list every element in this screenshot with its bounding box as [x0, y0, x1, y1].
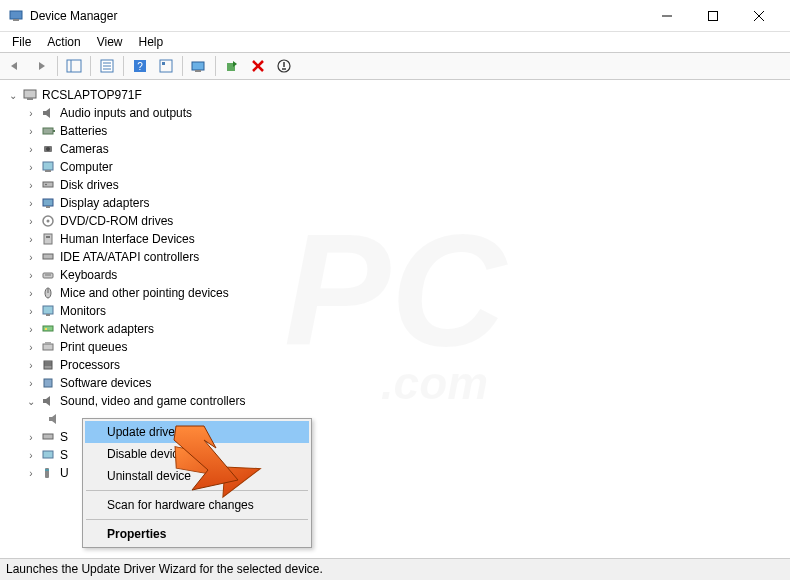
category-icon — [40, 357, 56, 373]
tree-item-label: Print queues — [60, 340, 127, 354]
svg-rect-29 — [45, 170, 51, 172]
expander-icon[interactable]: › — [24, 214, 38, 228]
title-bar: Device Manager — [0, 0, 790, 32]
expander-icon[interactable]: › — [24, 124, 38, 138]
tree-item[interactable]: ›IDE ATA/ATAPI controllers — [0, 248, 790, 266]
tree-root[interactable]: ⌄ RCSLAPTOP971F — [0, 86, 790, 104]
nav-forward-button[interactable] — [29, 54, 53, 78]
svg-point-27 — [46, 147, 50, 151]
disable-device-button[interactable] — [272, 54, 296, 78]
tree-item-label: Keyboards — [60, 268, 117, 282]
expander-icon[interactable]: ⌄ — [6, 88, 20, 102]
context-update-driver[interactable]: Update driver — [85, 421, 309, 443]
context-properties[interactable]: Properties — [85, 523, 309, 545]
category-icon — [40, 375, 56, 391]
menu-action[interactable]: Action — [39, 33, 88, 51]
expander-icon[interactable]: › — [24, 106, 38, 120]
category-icon — [40, 123, 56, 139]
tree-item[interactable]: ›DVD/CD-ROM drives — [0, 212, 790, 230]
tree-item[interactable]: ›Network adapters — [0, 320, 790, 338]
close-button[interactable] — [736, 1, 782, 31]
nav-back-button[interactable] — [3, 54, 27, 78]
update-driver-button[interactable] — [220, 54, 244, 78]
context-uninstall-device[interactable]: Uninstall device — [85, 465, 309, 487]
tree-item[interactable]: ›Mice and other pointing devices — [0, 284, 790, 302]
expander-icon[interactable]: › — [24, 142, 38, 156]
tree-root-label: RCSLAPTOP971F — [42, 88, 142, 102]
menu-view[interactable]: View — [89, 33, 131, 51]
svg-rect-43 — [43, 306, 53, 314]
action-button[interactable] — [154, 54, 178, 78]
window-controls — [644, 1, 782, 31]
minimize-button[interactable] — [644, 1, 690, 31]
tree-item[interactable]: ⌄Sound, video and game controllers — [0, 392, 790, 410]
expander-icon[interactable]: › — [24, 466, 38, 480]
expander-icon[interactable]: › — [24, 358, 38, 372]
tree-item[interactable]: ›Audio inputs and outputs — [0, 104, 790, 122]
context-disable-device[interactable]: Disable device — [85, 443, 309, 465]
tree-item[interactable]: ›Batteries — [0, 122, 790, 140]
context-scan-hardware[interactable]: Scan for hardware changes — [85, 494, 309, 516]
show-hide-console-tree-button[interactable] — [62, 54, 86, 78]
expander-icon[interactable]: › — [24, 196, 38, 210]
tree-item-label: IDE ATA/ATAPI controllers — [60, 250, 199, 264]
menu-help[interactable]: Help — [131, 33, 172, 51]
tree-item-label: Human Interface Devices — [60, 232, 195, 246]
tree-item[interactable]: ›Computer — [0, 158, 790, 176]
svg-rect-25 — [53, 130, 55, 132]
toolbar-separator — [90, 56, 91, 76]
properties-button[interactable] — [95, 54, 119, 78]
expander-icon[interactable]: › — [24, 448, 38, 462]
maximize-button[interactable] — [690, 1, 736, 31]
tree-item[interactable]: ›Human Interface Devices — [0, 230, 790, 248]
expander-icon[interactable]: › — [24, 286, 38, 300]
tree-item[interactable]: ›Monitors — [0, 302, 790, 320]
scan-hardware-button[interactable] — [187, 54, 211, 78]
expander-icon[interactable]: › — [24, 250, 38, 264]
category-icon — [40, 339, 56, 355]
svg-rect-53 — [43, 434, 53, 439]
svg-rect-15 — [162, 62, 165, 65]
expander-icon[interactable]: › — [24, 376, 38, 390]
svg-text:?: ? — [137, 61, 143, 72]
svg-rect-30 — [43, 182, 53, 187]
svg-rect-44 — [46, 314, 50, 316]
svg-rect-52 — [44, 379, 52, 387]
tree-item[interactable]: ›Print queues — [0, 338, 790, 356]
tree-item[interactable]: ›Software devices — [0, 374, 790, 392]
tree-item[interactable]: ›Display adapters — [0, 194, 790, 212]
expander-icon[interactable]: › — [24, 268, 38, 282]
context-menu: Update driver Disable device Uninstall d… — [82, 418, 312, 548]
tree-item[interactable]: ›Keyboards — [0, 266, 790, 284]
status-bar: Launches the Update Driver Wizard for th… — [0, 558, 790, 580]
tree-item[interactable]: ›Disk drives — [0, 176, 790, 194]
tree-item[interactable]: ›Processors — [0, 356, 790, 374]
expander-icon[interactable]: › — [24, 160, 38, 174]
toolbar-separator — [182, 56, 183, 76]
expander-icon[interactable]: › — [24, 322, 38, 336]
toolbar: ? — [0, 52, 790, 80]
tree-item-label: Disk drives — [60, 178, 119, 192]
svg-rect-6 — [67, 60, 81, 72]
expander-icon[interactable]: › — [24, 340, 38, 354]
svg-rect-33 — [46, 206, 50, 208]
menu-bar: File Action View Help — [0, 32, 790, 52]
expander-icon[interactable]: › — [24, 178, 38, 192]
tree-item-label: Sound, video and game controllers — [60, 394, 245, 408]
svg-rect-37 — [46, 236, 50, 238]
expander-icon[interactable]: ⌄ — [24, 394, 38, 408]
menu-file[interactable]: File — [4, 33, 39, 51]
tree-item-label: U — [60, 466, 69, 480]
toolbar-separator — [57, 56, 58, 76]
svg-rect-32 — [43, 199, 53, 206]
expander-icon[interactable]: › — [24, 430, 38, 444]
tree-item-label: Computer — [60, 160, 113, 174]
tree-item-label: Audio inputs and outputs — [60, 106, 192, 120]
tree-item[interactable]: ›Cameras — [0, 140, 790, 158]
svg-rect-56 — [45, 469, 49, 471]
uninstall-device-button[interactable] — [246, 54, 270, 78]
tree-item-label: DVD/CD-ROM drives — [60, 214, 173, 228]
expander-icon[interactable]: › — [24, 304, 38, 318]
expander-icon[interactable]: › — [24, 232, 38, 246]
help-button[interactable]: ? — [128, 54, 152, 78]
